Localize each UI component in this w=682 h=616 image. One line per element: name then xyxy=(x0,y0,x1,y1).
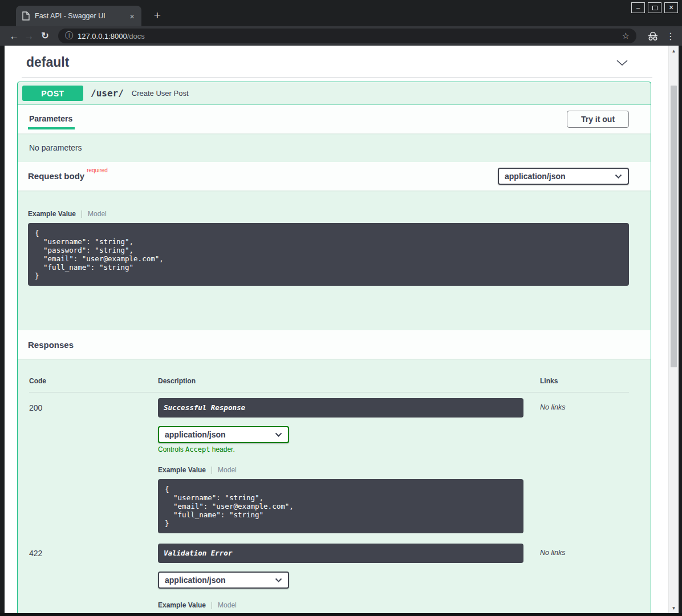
response-description-box: Validation Error xyxy=(158,544,523,563)
response-content-type-select[interactable]: application/json xyxy=(158,572,289,589)
content-type-value: application/json xyxy=(165,430,226,439)
request-body-example-code[interactable]: { "username": "string", "password": "str… xyxy=(28,223,629,286)
tab-separator xyxy=(212,467,212,474)
operation-path: /user/ xyxy=(91,88,124,99)
parameters-active-underline xyxy=(28,127,75,129)
tab-separator xyxy=(212,602,212,609)
forward-button[interactable]: → xyxy=(22,31,36,41)
operation-summary[interactable]: POST /user/ Create User Post xyxy=(18,82,651,105)
tab-title: Fast API - Swagger UI xyxy=(35,12,128,20)
browser-toolbar: ← → ↻ ⓘ 127.0.0.1:8000/docs ☆ ⋮ xyxy=(0,26,682,46)
responses-table: Code Description Links 200 Successful Re… xyxy=(18,359,651,616)
browser-tab[interactable]: Fast API - Swagger UI × xyxy=(16,6,141,26)
tag-section-header[interactable]: default xyxy=(22,50,652,78)
chevron-down-icon xyxy=(275,432,282,437)
screen-bottom-edge xyxy=(0,613,682,616)
tab-parameters[interactable]: Parameters xyxy=(28,110,75,129)
accept-note-code: Accept xyxy=(185,445,210,453)
scrollbar-thumb[interactable] xyxy=(671,86,677,367)
close-tab-icon[interactable]: × xyxy=(128,12,136,21)
tab-example-value[interactable]: Example Value xyxy=(158,601,206,609)
required-label: required xyxy=(87,167,108,173)
responses-header: Responses xyxy=(18,330,651,359)
response-row-422: 422 Validation Error application/json Ex… xyxy=(29,538,629,616)
minimize-button[interactable]: – xyxy=(631,2,645,13)
response-code: 422 xyxy=(29,544,158,616)
response-description-cell: Successful Response application/json Con… xyxy=(158,398,523,533)
tab-example-value[interactable]: Example Value xyxy=(158,466,206,474)
operation-post-user: POST /user/ Create User Post Parameters … xyxy=(17,82,651,616)
response-description-text: Successful Response xyxy=(164,404,245,412)
response-links: No links xyxy=(523,544,629,616)
chevron-down-icon[interactable] xyxy=(616,59,628,66)
accept-note-suffix: header. xyxy=(210,445,234,453)
response-description-cell: Validation Error application/json Exampl… xyxy=(158,544,523,616)
maximize-icon xyxy=(652,6,657,10)
info-icon[interactable]: ⓘ xyxy=(65,31,73,41)
content-type-value: application/json xyxy=(165,576,226,585)
new-tab-button[interactable]: + xyxy=(149,7,165,24)
media-type-wrap: application/json xyxy=(158,572,523,589)
url-host: 127.0.0.1:8000 xyxy=(78,32,127,40)
request-body-section: Example Value Model { "username": "strin… xyxy=(18,191,651,286)
try-it-out-button[interactable]: Try it out xyxy=(567,111,629,128)
url-path: /docs xyxy=(127,32,145,40)
close-window-button[interactable]: ✕ xyxy=(664,2,678,13)
parameters-header: Parameters Try it out xyxy=(18,105,651,133)
accept-header-note: Controls Accept header. xyxy=(158,445,523,453)
vertical-scrollbar[interactable]: ▲ ▼ xyxy=(668,46,679,616)
url-text: 127.0.0.1:8000/docs xyxy=(78,32,145,40)
close-icon: ✕ xyxy=(668,5,673,11)
browser-titlebar: Fast API - Swagger UI × + – ✕ xyxy=(0,0,682,26)
content-type-value: application/json xyxy=(505,172,566,181)
method-badge: POST xyxy=(22,86,83,101)
request-body-content-type-select[interactable]: application/json xyxy=(498,168,629,185)
reload-button[interactable]: ↻ xyxy=(38,31,52,40)
browser-window: Fast API - Swagger UI × + – ✕ ← → ↻ ⓘ 12… xyxy=(0,0,682,616)
request-body-title-wrap: Request bodyrequired xyxy=(28,171,108,181)
model-example-tabs: Example Value Model xyxy=(158,601,523,609)
back-button[interactable]: ← xyxy=(7,31,22,41)
response-row-200: 200 Successful Response application/json… xyxy=(29,392,629,533)
operation-summary-text: Create User Post xyxy=(132,89,189,98)
minimize-icon: – xyxy=(636,5,640,11)
response-description-text: Validation Error xyxy=(164,550,232,557)
page-content: default POST /user/ Create User Post Par… xyxy=(0,46,682,616)
response-content-type-select[interactable]: application/json xyxy=(158,426,289,443)
tab-separator xyxy=(82,210,82,218)
window-left-edge xyxy=(0,46,5,616)
parameters-title: Parameters xyxy=(28,114,75,123)
responses-title: Responses xyxy=(28,340,74,350)
response-links: No links xyxy=(523,398,629,533)
response-description-box: Successful Response xyxy=(158,398,523,418)
window-controls: – ✕ xyxy=(628,2,678,13)
tab-model[interactable]: Model xyxy=(218,601,237,609)
page-icon xyxy=(22,11,30,21)
column-description: Description xyxy=(158,377,523,385)
column-links: Links xyxy=(523,377,629,385)
tab-example-value[interactable]: Example Value xyxy=(28,210,76,218)
column-code: Code xyxy=(29,377,158,385)
media-type-wrap: application/json Controls Accept header. xyxy=(158,426,523,453)
response-example-code[interactable]: { "username": "string", "email": "user@e… xyxy=(158,479,523,533)
responses-table-header: Code Description Links xyxy=(29,377,629,392)
address-bar[interactable]: ⓘ 127.0.0.1:8000/docs ☆ xyxy=(58,29,636,43)
request-body-header: Request bodyrequired application/json xyxy=(18,162,651,191)
scroll-down-icon[interactable]: ▼ xyxy=(669,606,679,611)
maximize-button[interactable] xyxy=(648,2,661,13)
chevron-down-icon xyxy=(615,174,622,179)
request-body-title: Request body xyxy=(28,172,84,181)
tab-model[interactable]: Model xyxy=(218,466,237,474)
model-example-tabs: Example Value Model xyxy=(158,466,523,474)
accept-note-prefix: Controls xyxy=(158,445,185,453)
response-code: 200 xyxy=(29,398,158,533)
chevron-down-icon xyxy=(275,578,282,582)
tag-title: default xyxy=(26,55,69,70)
swagger-page: default POST /user/ Create User Post Par… xyxy=(5,46,668,616)
tab-model[interactable]: Model xyxy=(88,210,107,218)
no-parameters-message: No parameters xyxy=(18,133,651,162)
scroll-up-icon[interactable]: ▲ xyxy=(669,48,679,54)
bookmark-star-icon[interactable]: ☆ xyxy=(622,31,630,41)
browser-menu-icon[interactable]: ⋮ xyxy=(666,31,675,42)
model-example-tabs: Example Value Model xyxy=(28,210,629,218)
